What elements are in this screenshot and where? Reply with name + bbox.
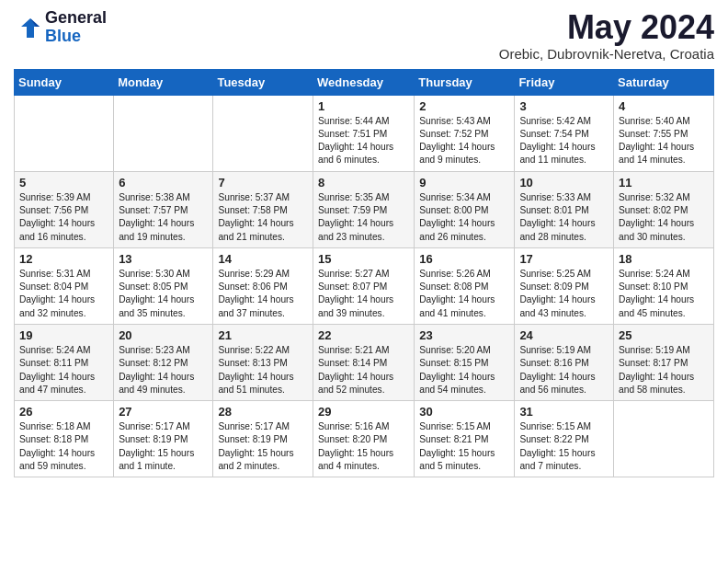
day-info: Sunrise: 5:18 AM Sunset: 8:18 PM Dayligh…	[19, 420, 108, 473]
calendar-week-2: 12Sunrise: 5:31 AM Sunset: 8:04 PM Dayli…	[15, 247, 714, 324]
day-number: 20	[119, 328, 208, 342]
logo-text: General Blue	[45, 9, 107, 46]
day-number: 17	[519, 252, 609, 266]
page-header: General Blue May 2024 Orebic, Dubrovnik-…	[14, 9, 714, 62]
calendar-cell: 18Sunrise: 5:24 AM Sunset: 8:10 PM Dayli…	[614, 247, 714, 324]
calendar-week-0: 1Sunrise: 5:44 AM Sunset: 7:51 PM Daylig…	[15, 95, 714, 171]
day-number: 23	[419, 328, 509, 342]
calendar-cell: 22Sunrise: 5:21 AM Sunset: 8:14 PM Dayli…	[313, 324, 415, 400]
header-wednesday: Wednesday	[313, 69, 415, 95]
day-info: Sunrise: 5:25 AM Sunset: 8:09 PM Dayligh…	[519, 268, 609, 320]
day-number: 21	[218, 328, 308, 342]
day-number: 1	[318, 99, 409, 113]
calendar-cell	[114, 95, 213, 171]
logo-icon	[14, 14, 41, 41]
day-info: Sunrise: 5:43 AM Sunset: 7:52 PM Dayligh…	[419, 115, 509, 167]
day-info: Sunrise: 5:19 AM Sunset: 8:16 PM Dayligh…	[519, 344, 609, 396]
day-info: Sunrise: 5:37 AM Sunset: 7:58 PM Dayligh…	[218, 191, 308, 244]
day-info: Sunrise: 5:31 AM Sunset: 8:04 PM Dayligh…	[19, 268, 108, 320]
calendar-cell: 17Sunrise: 5:25 AM Sunset: 8:09 PM Dayli…	[515, 247, 614, 324]
title-area: May 2024 Orebic, Dubrovnik-Neretva, Croa…	[499, 9, 714, 62]
day-info: Sunrise: 5:33 AM Sunset: 8:01 PM Dayligh…	[519, 191, 609, 244]
day-number: 30	[419, 405, 509, 419]
day-number: 3	[519, 99, 609, 113]
calendar-cell: 16Sunrise: 5:26 AM Sunset: 8:08 PM Dayli…	[415, 247, 515, 324]
day-number: 6	[119, 176, 208, 190]
day-info: Sunrise: 5:20 AM Sunset: 8:15 PM Dayligh…	[419, 344, 509, 396]
day-info: Sunrise: 5:34 AM Sunset: 8:00 PM Dayligh…	[419, 191, 509, 244]
header-tuesday: Tuesday	[213, 69, 313, 95]
day-number: 31	[519, 405, 609, 419]
day-info: Sunrise: 5:26 AM Sunset: 8:08 PM Dayligh…	[419, 268, 509, 320]
calendar-cell: 13Sunrise: 5:30 AM Sunset: 8:05 PM Dayli…	[114, 247, 213, 324]
calendar-cell: 10Sunrise: 5:33 AM Sunset: 8:01 PM Dayli…	[515, 171, 614, 247]
calendar-cell: 6Sunrise: 5:38 AM Sunset: 7:57 PM Daylig…	[114, 171, 213, 247]
day-info: Sunrise: 5:27 AM Sunset: 8:07 PM Dayligh…	[318, 268, 409, 320]
day-number: 16	[419, 252, 509, 266]
day-number: 24	[519, 328, 609, 342]
day-number: 27	[119, 405, 208, 419]
header-saturday: Saturday	[614, 69, 714, 95]
day-number: 12	[19, 252, 108, 266]
header-sunday: Sunday	[15, 69, 114, 95]
day-number: 26	[19, 405, 108, 419]
day-info: Sunrise: 5:35 AM Sunset: 7:59 PM Dayligh…	[318, 191, 409, 244]
day-info: Sunrise: 5:17 AM Sunset: 8:19 PM Dayligh…	[218, 420, 308, 473]
calendar-cell	[614, 401, 714, 477]
header-friday: Friday	[515, 69, 614, 95]
calendar-week-3: 19Sunrise: 5:24 AM Sunset: 8:11 PM Dayli…	[15, 324, 714, 400]
calendar-cell: 5Sunrise: 5:39 AM Sunset: 7:56 PM Daylig…	[15, 171, 114, 247]
calendar-cell: 8Sunrise: 5:35 AM Sunset: 7:59 PM Daylig…	[313, 171, 415, 247]
day-number: 5	[19, 176, 108, 190]
calendar-cell: 29Sunrise: 5:16 AM Sunset: 8:20 PM Dayli…	[313, 401, 415, 477]
day-info: Sunrise: 5:24 AM Sunset: 8:10 PM Dayligh…	[619, 268, 709, 320]
day-number: 18	[619, 252, 709, 266]
day-info: Sunrise: 5:39 AM Sunset: 7:56 PM Dayligh…	[19, 191, 108, 244]
calendar-cell: 23Sunrise: 5:20 AM Sunset: 8:15 PM Dayli…	[415, 324, 515, 400]
calendar-cell: 4Sunrise: 5:40 AM Sunset: 7:55 PM Daylig…	[614, 95, 714, 171]
day-info: Sunrise: 5:24 AM Sunset: 8:11 PM Dayligh…	[19, 344, 108, 396]
calendar-cell: 1Sunrise: 5:44 AM Sunset: 7:51 PM Daylig…	[313, 95, 415, 171]
calendar-cell: 26Sunrise: 5:18 AM Sunset: 8:18 PM Dayli…	[15, 401, 114, 477]
day-number: 11	[619, 176, 709, 190]
calendar-cell: 21Sunrise: 5:22 AM Sunset: 8:13 PM Dayli…	[213, 324, 313, 400]
day-number: 8	[318, 176, 409, 190]
day-info: Sunrise: 5:15 AM Sunset: 8:21 PM Dayligh…	[419, 420, 509, 473]
day-number: 22	[318, 328, 409, 342]
header-thursday: Thursday	[415, 69, 515, 95]
calendar-cell: 9Sunrise: 5:34 AM Sunset: 8:00 PM Daylig…	[415, 171, 515, 247]
logo: General Blue	[14, 9, 107, 46]
day-info: Sunrise: 5:40 AM Sunset: 7:55 PM Dayligh…	[619, 115, 709, 167]
calendar-cell: 28Sunrise: 5:17 AM Sunset: 8:19 PM Dayli…	[213, 401, 313, 477]
calendar-cell: 30Sunrise: 5:15 AM Sunset: 8:21 PM Dayli…	[415, 401, 515, 477]
calendar-table: SundayMondayTuesdayWednesdayThursdayFrid…	[14, 69, 714, 478]
calendar-cell: 20Sunrise: 5:23 AM Sunset: 8:12 PM Dayli…	[114, 324, 213, 400]
day-number: 14	[218, 252, 308, 266]
day-number: 28	[218, 405, 308, 419]
calendar-body: 1Sunrise: 5:44 AM Sunset: 7:51 PM Daylig…	[15, 95, 714, 477]
calendar-cell: 31Sunrise: 5:15 AM Sunset: 8:22 PM Dayli…	[515, 401, 614, 477]
day-info: Sunrise: 5:21 AM Sunset: 8:14 PM Dayligh…	[318, 344, 409, 396]
day-number: 4	[619, 99, 709, 113]
calendar-cell: 7Sunrise: 5:37 AM Sunset: 7:58 PM Daylig…	[213, 171, 313, 247]
month-title: May 2024	[499, 9, 714, 46]
calendar-cell: 24Sunrise: 5:19 AM Sunset: 8:16 PM Dayli…	[515, 324, 614, 400]
calendar-cell: 2Sunrise: 5:43 AM Sunset: 7:52 PM Daylig…	[415, 95, 515, 171]
day-info: Sunrise: 5:23 AM Sunset: 8:12 PM Dayligh…	[119, 344, 208, 396]
day-info: Sunrise: 5:30 AM Sunset: 8:05 PM Dayligh…	[119, 268, 208, 320]
day-number: 15	[318, 252, 409, 266]
calendar-week-4: 26Sunrise: 5:18 AM Sunset: 8:18 PM Dayli…	[15, 401, 714, 477]
day-info: Sunrise: 5:15 AM Sunset: 8:22 PM Dayligh…	[519, 420, 609, 473]
day-number: 2	[419, 99, 509, 113]
calendar-cell	[15, 95, 114, 171]
calendar-cell: 27Sunrise: 5:17 AM Sunset: 8:19 PM Dayli…	[114, 401, 213, 477]
calendar-cell: 11Sunrise: 5:32 AM Sunset: 8:02 PM Dayli…	[614, 171, 714, 247]
day-info: Sunrise: 5:32 AM Sunset: 8:02 PM Dayligh…	[619, 191, 709, 244]
day-info: Sunrise: 5:44 AM Sunset: 7:51 PM Dayligh…	[318, 115, 409, 167]
calendar-cell: 25Sunrise: 5:19 AM Sunset: 8:17 PM Dayli…	[614, 324, 714, 400]
day-number: 29	[318, 405, 409, 419]
calendar-cell: 3Sunrise: 5:42 AM Sunset: 7:54 PM Daylig…	[515, 95, 614, 171]
day-info: Sunrise: 5:19 AM Sunset: 8:17 PM Dayligh…	[619, 344, 709, 396]
day-info: Sunrise: 5:16 AM Sunset: 8:20 PM Dayligh…	[318, 420, 409, 473]
calendar-cell: 14Sunrise: 5:29 AM Sunset: 8:06 PM Dayli…	[213, 247, 313, 324]
